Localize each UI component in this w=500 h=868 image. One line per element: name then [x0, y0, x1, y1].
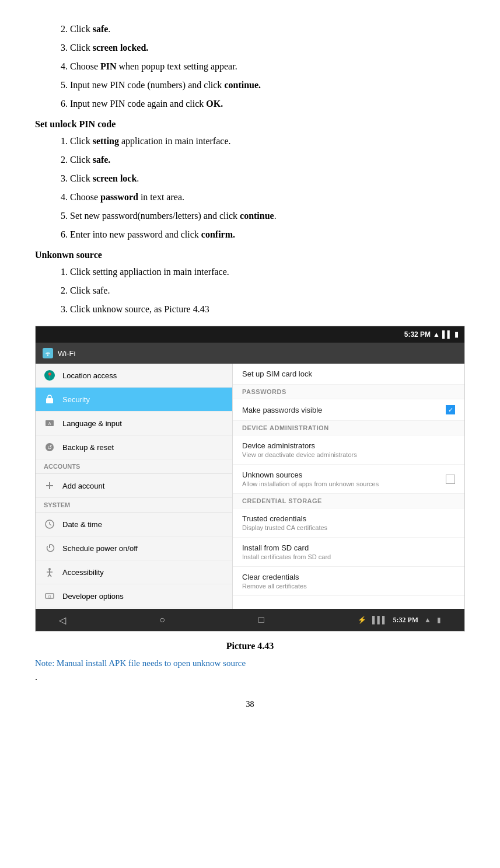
- sidebar-label-accessibility: Accessibility: [62, 568, 104, 577]
- svg-line-15: [50, 574, 51, 577]
- back-button[interactable]: ◁: [59, 615, 66, 626]
- install-sd-title: Install from SD card: [242, 543, 331, 552]
- pin-step-3: Click screen lock.: [70, 172, 465, 186]
- unknown-sources-subtitle: Allow installation of apps from unknown …: [242, 480, 379, 487]
- pin-step-2: Click safe.: [70, 153, 465, 167]
- wifi-status-icon: ▲: [424, 616, 431, 625]
- unknown-step-1: Click setting appliaction in main interf…: [70, 265, 465, 279]
- passwords-visible-checkbox[interactable]: ✓: [446, 405, 455, 414]
- sidebar-label-backup: Backup & reset: [62, 443, 114, 452]
- home-button[interactable]: ○: [159, 615, 165, 625]
- content-item-passwords-visible[interactable]: Make passwords visible ✓: [233, 399, 464, 421]
- unknown-sources-checkbox[interactable]: [446, 475, 455, 484]
- svg-text:{}: {}: [48, 594, 51, 599]
- sidebar-label-language: Language & input: [62, 419, 122, 428]
- clear-creds-subtitle: Remove all certificates: [242, 583, 307, 590]
- android-sidebar[interactable]: 📍 Location access Security A Language & …: [36, 364, 233, 609]
- sidebar-label-date: Date & time: [62, 520, 102, 529]
- statusbar-time: 5:32 PM: [404, 330, 431, 339]
- signal-bars-icon: ▌▌: [442, 330, 452, 339]
- clock-icon: [44, 518, 55, 530]
- sim-title: Set up SIM card lock: [242, 369, 312, 378]
- content-section-device-admin: DEVICE ADMINISTRATION: [233, 421, 464, 435]
- pin-step-6: Enter into new password and click confir…: [70, 228, 465, 242]
- developer-icon: {}: [44, 590, 55, 602]
- android-toolbar: Wi-Fi: [36, 343, 464, 364]
- usb-icon: ⚡: [358, 616, 366, 625]
- language-icon: A: [44, 417, 55, 429]
- page-number: 38: [35, 700, 465, 709]
- content-item-install-sd[interactable]: Install from SD card Install certificate…: [233, 538, 464, 567]
- step-5: Input new PIN code (numbers) and click c…: [70, 78, 465, 92]
- backup-icon: ↺: [44, 441, 55, 453]
- section-heading-pin: Set unlock PIN code: [35, 119, 465, 130]
- device-admins-subtitle: View or deactivate device administrators: [242, 451, 357, 458]
- clear-creds-title: Clear credentials: [242, 573, 307, 581]
- content-item-clear-creds[interactable]: Clear credentials Remove all certificate…: [233, 567, 464, 596]
- pin-step-4: Choose password in text area.: [70, 190, 465, 204]
- sidebar-item-about[interactable]: About tablet: [36, 608, 232, 609]
- sidebar-label-location: Location access: [62, 371, 117, 380]
- navbar-right: ⚡ ▌▌▌ 5:32 PM ▲ ▮: [358, 616, 441, 625]
- sidebar-item-security[interactable]: Security: [36, 388, 232, 412]
- sidebar-label-security: Security: [62, 395, 90, 404]
- sidebar-item-backup[interactable]: ↺ Backup & reset: [36, 435, 232, 459]
- status-time: 5:32 PM: [393, 616, 418, 625]
- trusted-creds-title: Trusted credentials: [242, 514, 327, 523]
- sidebar-item-add-account[interactable]: Add account: [36, 474, 232, 498]
- svg-point-11: [48, 568, 51, 570]
- content-item-sim[interactable]: Set up SIM card lock: [233, 364, 464, 385]
- android-navbar: ◁ ○ □ ⚡ ▌▌▌ 5:32 PM ▲ ▮: [36, 609, 464, 631]
- sidebar-item-location[interactable]: 📍 Location access: [36, 364, 232, 388]
- system-section-label: SYSTEM: [44, 501, 70, 508]
- svg-text:↺: ↺: [47, 444, 52, 451]
- content-item-trusted-creds[interactable]: Trusted credentials Display trusted CA c…: [233, 508, 464, 538]
- screenshot-container: 5:32 PM ▲ ▌▌ ▮ Wi-Fi 📍 Location access: [35, 326, 465, 632]
- wifi-icon: [43, 348, 53, 358]
- step-4: Choose PIN when popup text setting appea…: [70, 60, 465, 74]
- content-item-device-admins[interactable]: Device administrators View or deactivate…: [233, 435, 464, 465]
- svg-text:A: A: [48, 421, 51, 426]
- sidebar-label-developer: Developer options: [62, 592, 124, 601]
- sidebar-label-schedule: Schedule power on/off: [62, 544, 138, 553]
- step-3: Click screen locked.: [70, 41, 465, 55]
- step-6: Input new PIN code again and click OK.: [70, 97, 465, 111]
- toolbar-title: Wi-Fi: [58, 349, 75, 358]
- android-statusbar: 5:32 PM ▲ ▌▌ ▮: [36, 326, 464, 343]
- signal-icon: ▌▌▌: [372, 616, 387, 625]
- content-section-credential: CREDENTIAL STORAGE: [233, 494, 464, 508]
- passwords-visible-title: Make passwords visible: [242, 406, 322, 414]
- power-icon: [44, 542, 55, 554]
- accounts-section-label: ACCOUNTS: [44, 463, 80, 470]
- svg-rect-1: [46, 398, 53, 403]
- sidebar-item-developer[interactable]: {} Developer options: [36, 584, 232, 608]
- pin-step-5: Set new password(numbers/letters) and cl…: [70, 209, 465, 223]
- statusbar-right: 5:32 PM ▲ ▌▌ ▮: [404, 330, 459, 339]
- sidebar-item-language[interactable]: A Language & input: [36, 412, 232, 435]
- recents-button[interactable]: □: [258, 615, 264, 625]
- security-icon: [44, 393, 55, 405]
- pin-step-1: Click setting application in main interf…: [70, 134, 465, 148]
- sidebar-label-add-account: Add account: [62, 482, 104, 490]
- install-sd-subtitle: Install certificates from SD card: [242, 553, 331, 560]
- device-admins-title: Device administrators: [242, 441, 357, 450]
- note-text: Note: Manual install APK file needs to o…: [35, 658, 465, 668]
- location-icon: 📍: [44, 369, 55, 381]
- sidebar-section-accounts: ACCOUNTS: [36, 459, 232, 474]
- period-text: .: [35, 672, 465, 682]
- svg-point-0: [47, 355, 48, 356]
- sidebar-item-accessibility[interactable]: Accessibility: [36, 560, 232, 584]
- battery-status-icon: ▮: [437, 616, 441, 625]
- android-body: 📍 Location access Security A Language & …: [36, 364, 464, 609]
- svg-line-10: [50, 524, 51, 525]
- add-account-icon: [44, 480, 55, 491]
- sidebar-item-date[interactable]: Date & time: [36, 513, 232, 536]
- unknown-step-2: Click safe.: [70, 284, 465, 298]
- content-item-unknown-sources[interactable]: Unknown sources Allow installation of ap…: [233, 465, 464, 494]
- sidebar-item-schedule[interactable]: Schedule power on/off: [36, 536, 232, 560]
- unknown-step-3: Click unknow source, as Picture 4.43: [70, 302, 465, 316]
- wifi-signal-icon: ▲: [433, 330, 440, 339]
- accessibility-icon: [44, 566, 55, 578]
- content-section-passwords: PASSWORDS: [233, 385, 464, 399]
- step-2: Click safe.: [70, 22, 465, 36]
